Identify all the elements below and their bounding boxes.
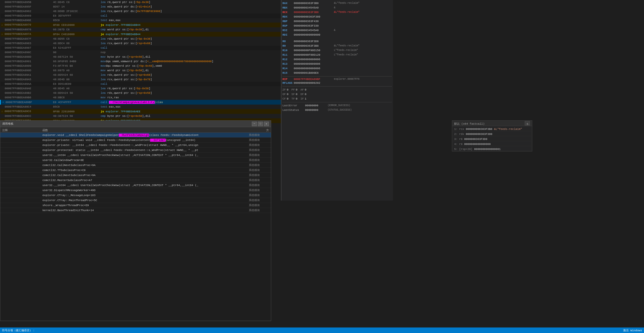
- flag-name: AF: [301, 88, 304, 92]
- args-row: 1: rcx 000000000363F3B8 &L"feeds-reclaim…: [452, 126, 532, 131]
- disasm-row[interactable]: → 00007FF6BEEA89CC 40:387C24 50 cmp byte…: [1, 114, 281, 118]
- callstack-row[interactable]: comctl32.CallNextSubclassProc+9A 系统模块: [0, 163, 271, 168]
- maximize-button[interactable]: □: [258, 122, 263, 126]
- stack-module: 系统模块: [249, 148, 269, 152]
- stack-func: explorer.private: __int64 __cdecl Feeds:…: [42, 143, 249, 147]
- disasm-addr: → 00007FF6BEEA89A5: [1, 77, 52, 82]
- flag-item: IF1: [301, 97, 307, 101]
- col-header-func: 函数: [42, 128, 249, 132]
- disasm-bytes: E8 3EFAFFFF: [52, 14, 100, 18]
- disasm-addr: → 00007FF6BEEA899D: [1, 68, 52, 73]
- stack-func: shcore._WrapperThreadProc+E9: [42, 203, 249, 208]
- disasm-instr: movdqu xmmword ptr ss:[rbp-0x48],xmm0: [100, 64, 281, 68]
- callstack-row[interactable]: comctl32.MasterSubclassProc+A7 系统模块: [0, 178, 271, 183]
- disasm-row[interactable]: → 00007FF6BEEA89AE 48:8D45 A8 lea r8,qwo…: [1, 86, 281, 91]
- flag-name: SF: [291, 92, 295, 97]
- disasm-row[interactable]: → 00007FF6BEEA898D 40:887C24 50 mov byte…: [1, 55, 281, 59]
- minimize-button[interactable]: ─: [252, 122, 257, 126]
- disasm-addr: → 00007FF6BEEA8991: [1, 59, 52, 64]
- disasm-row[interactable]: → 00007FF6BEEA89A1 48:8D5424 68 lea rdx,…: [1, 73, 281, 77]
- callstack-row[interactable]: comctl32.TTSubclassProc+C9 系统模块: [0, 168, 271, 173]
- disasm-addr: ↓ 00007FF6BEEA8970: [1, 23, 52, 27]
- disasm-addr: → 00007FF6BEEA895F: [1, 5, 52, 9]
- disasm-instr: nop: [100, 50, 281, 55]
- disasm-instr: call ::CheckCampaignAvailability(clas: [100, 100, 281, 105]
- disasm-row[interactable]: ↓ 00007FF6BEEA8970 0F88 CE010000 js expl…: [1, 23, 281, 27]
- stack-func: explorer.CTray::MainThreadProc+5C: [42, 198, 249, 203]
- callstack-row[interactable]: explorer.void __cdecl ShellFeedsCampaign…: [0, 133, 271, 138]
- reg-desc: &L"feeds-reclaim": [334, 1, 360, 6]
- disasm-addr: → 00007FF6BEEA8987: [1, 46, 52, 50]
- disasm-instr: mov byte ptr ss:[rsp+0x50],dil: [100, 55, 281, 59]
- stack-func: comctl32.TTSubclassProc+C9: [42, 168, 249, 173]
- disasm-bytes: 48:8D55 C8: [52, 37, 100, 41]
- callstack-row[interactable]: explorer.CTray::_MessageLoop+183 系统模块: [0, 193, 271, 198]
- disasm-row[interactable]: ↓ 00007FF6BEEA897A 0F84 C4010000 je expl…: [1, 32, 281, 37]
- disasm-row[interactable]: ↓ 00007FF6BEEA89C6 0F88 22010000 js expl…: [1, 109, 281, 114]
- args-rows: 1: rcx 000000000363F3B8 &L"feeds-reclaim…: [452, 126, 532, 151]
- reg-value: 000000000F90D120: [294, 53, 334, 57]
- lasterror-desc: (ERROR_SUCCESS): [328, 103, 350, 108]
- disasm-row[interactable]: → 00007FF6BEEA89BF E8 4CF4FFFF call ::Ch…: [1, 100, 281, 105]
- reg-value: 0000000034545A0: [294, 6, 334, 10]
- args-dropdown[interactable]: 5: [525, 121, 530, 125]
- stack-note: [2, 158, 42, 162]
- disasm-bytes: 48:8D0D 2F1022C: [52, 9, 100, 14]
- close-button[interactable]: ✕: [264, 122, 269, 126]
- disasm-row[interactable]: → 00007FF6BEEA899D 66:897D A8 mov word p…: [1, 68, 281, 73]
- disasm-row[interactable]: → 00007FF6BEEA89A5 48:8D4D 88 lea rcx,qw…: [1, 77, 281, 82]
- callstack-row[interactable]: shcore._WrapperThreadProc+E9 系统模块: [0, 203, 271, 208]
- reg-name: R8: [282, 39, 294, 44]
- register-row: R14 0000000000000006: [282, 66, 392, 71]
- disasm-addr: → 00007FF6BEEA895B: [1, 0, 52, 5]
- stack-note: [2, 203, 42, 208]
- disasm-addr: → 00007FF6BEEA89CC: [1, 114, 52, 118]
- disasm-row[interactable]: → 00007FF6BEEA8969 E8 3EFAFFFF call: [1, 14, 281, 18]
- reg-name: RBP: [282, 19, 294, 24]
- disasm-row[interactable]: → 00007FF6BEEA897F 48:8D55 C8 lea rdx,qw…: [1, 37, 281, 41]
- disasm-row[interactable]: → 00007FF6BEEA8991 66:0F6F05 04B9 movdqa…: [1, 59, 281, 64]
- callstack-row[interactable]: explorer.protected: static __int64 __cde…: [0, 148, 271, 153]
- laststatus-value: 00000000: [305, 108, 328, 112]
- reg-desc: &L"feeds-reclaim": [334, 44, 360, 48]
- callstack-row[interactable]: kernel32.BaseThreadInitThunk+14 系统模块: [0, 208, 271, 213]
- callstack-row[interactable]: explorer.CTray::MainThreadProc+5C 系统模块: [0, 198, 271, 203]
- reg-name: R12: [282, 57, 294, 62]
- disasm-row[interactable]: → 00007FF6BEEA895F 8D57 14 lea edx,qword…: [1, 5, 281, 9]
- disasm-row[interactable]: → 00007FF6BEEA896E 85C0 test eax,eax: [1, 18, 281, 23]
- register-row: RCX 00000000363F3B8 &L"feeds-reclaim": [282, 10, 392, 15]
- disasm-row[interactable]: → 00007FF6BEEA8999 F3:0F7F45 B8 movdqu x…: [1, 64, 281, 68]
- disasm-addr: → 00007FF6BEEA8969: [1, 14, 52, 18]
- stack-module: 系统模块: [249, 203, 269, 208]
- reg-desc: L"feeds-reclaim": [334, 53, 358, 57]
- disasm-instr: mov word ptr ss:[rbp-0x58],di: [100, 68, 281, 73]
- disasm-row[interactable]: → 00007FF6BEEA8983 48:8DC4 68 lea rcx,qw…: [1, 41, 281, 46]
- disasm-row[interactable]: → 00007FF6BEEA8976 66:397D C8 cmp word p…: [1, 27, 281, 32]
- disasm-row[interactable]: → 00007FF6BEEA898C 90 nop: [1, 50, 281, 55]
- disasm-bytes: 0F88 22010000: [52, 109, 100, 114]
- stack-func: user32.CallWindowProcW+8E: [42, 158, 249, 162]
- stack-func: explorer.private: virtual void __cdecl F…: [42, 138, 249, 142]
- disasm-row[interactable]: → 00007FF6BEEA89AA E8 DD510E00 call: [1, 82, 281, 86]
- callstack-row[interactable]: comctl32.CallNextSubclassProc+9A 系统模块: [0, 173, 271, 178]
- disasm-row[interactable]: → 00007FF6BEEA89C4 85C0 test eax,eax: [1, 105, 281, 109]
- col-header-module: 方: [249, 128, 269, 132]
- reg-name: R11: [282, 53, 294, 57]
- callstack-row[interactable]: explorer.private: virtual void __cdecl F…: [0, 138, 271, 143]
- register-row: RSI 0000000034545A0 &: [282, 28, 392, 33]
- callstack-row[interactable]: user32.__int64 __cdecl UserCallWinProcCh…: [0, 153, 271, 158]
- callstack-row[interactable]: user32.CallWindowProcW+8E 系统模块: [0, 158, 271, 163]
- disasm-row[interactable]: → 00007FF6BEEA8962 48:8D0D 2F1022C lea r…: [1, 9, 281, 14]
- disasm-row[interactable]: → 00007FF6BEEA8987 E8 5241EFFF call: [1, 46, 281, 50]
- disasm-instr: cmp byte ptr ss:[rsp+0x50],dil: [100, 114, 281, 118]
- disasm-row[interactable]: → 00007FF6BEEA895B 4C:8D45 C8 lea r8,qwo…: [1, 0, 281, 5]
- callstack-row[interactable]: user32.__int64 __cdecl UserCallWinProcCh…: [0, 183, 271, 188]
- reg-value: 000000000F90D150: [294, 48, 334, 53]
- disasm-row[interactable]: → 00007FF6BEEA89B6 48:8BC8 mov rcx,rax: [1, 95, 281, 100]
- disasm-instr: cmp word ptr ss:[rbp-0x38],di: [100, 27, 281, 32]
- callstack-row[interactable]: user32.DispatchMessageWorker+49D 系统模块: [0, 188, 271, 193]
- callstack-row[interactable]: explorer.private: __int64 __cdecl Feeds:…: [0, 143, 271, 148]
- reg-desc: L"feeds-reclaim": [334, 48, 358, 53]
- disasm-row[interactable]: → 00007FF6BEEA89B2 48:8D5424 50 lea rdx,…: [1, 91, 281, 95]
- lasterror-label: LastError: [282, 103, 305, 108]
